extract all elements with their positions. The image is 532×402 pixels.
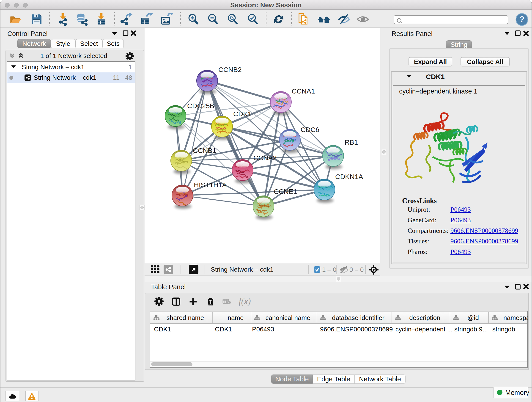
svg-text:?: ? xyxy=(519,15,525,24)
svg-text:CDC25B: CDC25B xyxy=(187,102,214,109)
svg-text:CCNA1: CCNA1 xyxy=(292,87,315,95)
svg-text:RB1: RB1 xyxy=(345,138,358,146)
svg-text:CCNB2: CCNB2 xyxy=(218,66,242,73)
svg-text:CDK1: CDK1 xyxy=(233,110,252,118)
svg-text:HIST1H1A: HIST1H1A xyxy=(194,181,227,189)
svg-text:CCNB1: CCNB1 xyxy=(193,147,216,154)
svg-text:CDC6: CDC6 xyxy=(301,126,319,133)
svg-text:CDKN1A: CDKN1A xyxy=(335,173,363,180)
svg-text:CCNE1: CCNE1 xyxy=(274,188,297,195)
svg-text:CCNA2: CCNA2 xyxy=(253,154,277,162)
